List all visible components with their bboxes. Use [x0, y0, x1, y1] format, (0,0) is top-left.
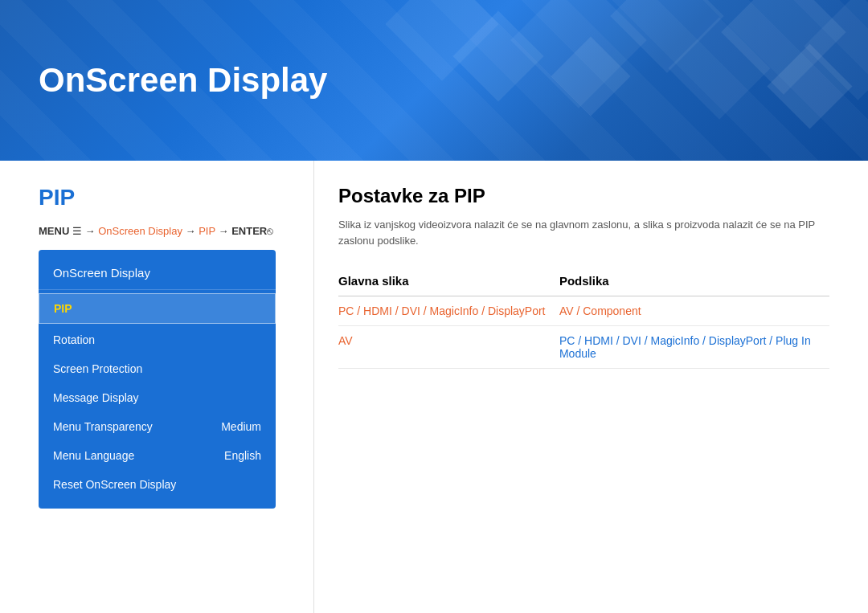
- menu-item-pip[interactable]: PIP: [39, 293, 276, 324]
- rotation-label: Rotation: [53, 333, 95, 346]
- left-panel: PIP MENU ☰ → OnScreen Display → PIP → EN…: [0, 161, 313, 613]
- page-title: OnScreen Display: [39, 61, 327, 100]
- table-cell-sub-2: PC / HDMI / DVI / MagicInfo / DisplayPor…: [559, 326, 829, 369]
- pip-description: Slika iz vanjskog videoizvora nalazit će…: [338, 217, 829, 248]
- menu-transparency-label: Menu Transparency: [53, 420, 153, 433]
- header-banner: OnScreen Display: [0, 0, 868, 161]
- menu-item-message-display[interactable]: Message Display: [39, 383, 276, 412]
- pip-link: PIP: [199, 225, 215, 237]
- reset-onscreen-label: Reset OnScreen Display: [53, 478, 176, 491]
- table-cell-sub-1: AV / Component: [559, 296, 829, 326]
- sub-source-2: PC / HDMI / DVI / MagicInfo / DisplayPor…: [559, 334, 811, 360]
- main-source-2: AV: [338, 334, 353, 347]
- menu-item-screen-protection[interactable]: Screen Protection: [39, 354, 276, 383]
- message-display-label: Message Display: [53, 391, 139, 404]
- menu-item-rotation[interactable]: Rotation: [39, 325, 276, 354]
- menu-icon: ☰: [72, 225, 82, 237]
- enter-label: ENTER⎋: [231, 225, 273, 237]
- arrow2: →: [186, 225, 199, 237]
- col-main-header: Glavna slika: [338, 268, 559, 296]
- menu-item-menu-language[interactable]: Menu Language English: [39, 441, 276, 470]
- pip-heading: PIP: [39, 185, 275, 210]
- menu-transparency-value: Medium: [221, 420, 261, 433]
- menu-language-value: English: [224, 449, 261, 462]
- pip-table: Glavna slika Podslika PC / HDMI / DVI / …: [338, 268, 829, 369]
- main-content: PIP MENU ☰ → OnScreen Display → PIP → EN…: [0, 161, 868, 613]
- menu-item-reset-onscreen[interactable]: Reset OnScreen Display: [39, 470, 276, 499]
- pip-settings-title: Postavke za PIP: [338, 185, 829, 207]
- menu-label: MENU: [39, 225, 69, 237]
- right-panel: Postavke za PIP Slika iz vanjskog videoi…: [313, 161, 868, 613]
- screen-protection-label: Screen Protection: [53, 362, 142, 375]
- menu-item-pip-label: PIP: [54, 302, 72, 315]
- main-source-1: PC / HDMI / DVI / MagicInfo / DisplayPor…: [338, 304, 546, 317]
- arrow1: →: [85, 225, 99, 237]
- col-sub-header: Podslika: [559, 268, 829, 296]
- menu-item-menu-transparency[interactable]: Menu Transparency Medium: [39, 412, 276, 441]
- table-cell-main-1: PC / HDMI / DVI / MagicInfo / DisplayPor…: [338, 296, 559, 326]
- osd-menu: OnScreen Display PIP Rotation Screen Pro…: [39, 250, 276, 509]
- arrow3: →: [219, 225, 232, 237]
- menu-language-label: Menu Language: [53, 449, 134, 462]
- table-row: AV PC / HDMI / DVI / MagicInfo / Display…: [338, 326, 829, 369]
- table-row: PC / HDMI / DVI / MagicInfo / DisplayPor…: [338, 296, 829, 326]
- sub-source-1: AV / Component: [559, 304, 641, 317]
- menu-path: MENU ☰ → OnScreen Display → PIP → ENTER⎋: [39, 225, 275, 237]
- table-cell-main-2: AV: [338, 326, 559, 369]
- decorative-diamonds: [386, 0, 868, 161]
- osd-menu-header: OnScreen Display: [39, 260, 276, 290]
- onscreen-display-link: OnScreen Display: [98, 225, 182, 237]
